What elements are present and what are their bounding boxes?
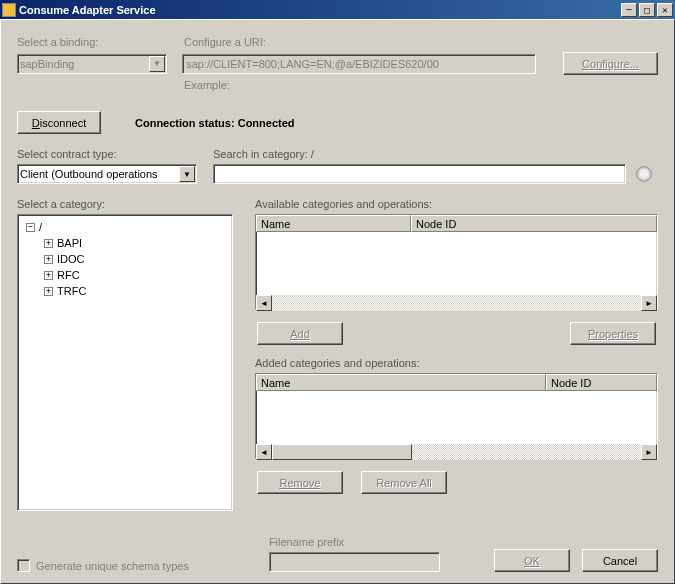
available-col-name[interactable]: Name — [256, 215, 411, 232]
expand-icon[interactable]: + — [44, 255, 53, 264]
scroll-left-icon[interactable]: ◄ — [256, 444, 272, 460]
available-header: Name Node ID — [256, 215, 657, 232]
expand-icon[interactable]: + — [44, 271, 53, 280]
connection-status: Connection status: Connected — [135, 116, 295, 130]
contract-value: Client (Outbound operations — [20, 168, 158, 180]
dropdown-arrow-icon[interactable]: ▼ — [179, 166, 195, 182]
ok-button: OK — [494, 549, 570, 572]
binding-select: sapBinding ▼ — [17, 54, 167, 74]
scroll-right-icon[interactable]: ► — [641, 295, 657, 311]
scroll-track[interactable] — [272, 295, 641, 311]
filename-label: Filename prefix — [269, 536, 440, 548]
window-body: Select a binding: Configure a URI: sapBi… — [0, 19, 675, 584]
disconnect-button[interactable]: Disconnect — [17, 111, 101, 134]
tree-root[interactable]: − / — [22, 219, 228, 235]
added-body — [256, 391, 657, 444]
added-header: Name Node ID — [256, 374, 657, 391]
tree-item-idoc[interactable]: + IDOC — [22, 251, 228, 267]
added-scrollbar[interactable]: ◄ ► — [256, 444, 657, 460]
gen-schema-checkbox — [17, 559, 30, 572]
remove-all-button: Remove All — [361, 471, 447, 494]
properties-button: Properties — [570, 322, 656, 345]
titlebar: Consume Adapter Service ─ □ ✕ — [0, 0, 675, 19]
contract-select[interactable]: Client (Outbound operations ▼ — [17, 164, 197, 184]
add-button: Add — [257, 322, 343, 345]
search-icon[interactable] — [636, 166, 652, 182]
search-input[interactable] — [213, 164, 626, 184]
scroll-thumb[interactable] — [272, 444, 412, 460]
added-col-name[interactable]: Name — [256, 374, 546, 391]
close-button[interactable]: ✕ — [657, 3, 673, 17]
search-label: Search in category: / — [213, 148, 658, 160]
contract-label: Select contract type: — [17, 148, 213, 160]
cancel-button[interactable]: Cancel — [582, 549, 658, 572]
uri-input: sap://CLIENT=800;LANG=EN;@a/EBIZIDES620/… — [182, 54, 536, 74]
window-title: Consume Adapter Service — [19, 4, 619, 16]
dropdown-arrow-icon: ▼ — [149, 56, 165, 72]
expand-icon[interactable]: + — [44, 239, 53, 248]
available-scrollbar[interactable]: ◄ ► — [256, 295, 657, 311]
app-icon — [2, 3, 16, 17]
scroll-left-icon[interactable]: ◄ — [256, 295, 272, 311]
added-label: Added categories and operations: — [255, 357, 658, 369]
scroll-track[interactable] — [272, 444, 641, 460]
collapse-icon[interactable]: − — [26, 223, 35, 232]
configure-button: Configure... — [563, 52, 658, 75]
binding-value: sapBinding — [20, 58, 74, 70]
available-list[interactable]: Name Node ID ◄ ► — [255, 214, 658, 310]
tree-item-trfc[interactable]: + TRFC — [22, 283, 228, 299]
scroll-right-icon[interactable]: ► — [641, 444, 657, 460]
added-list[interactable]: Name Node ID ◄ ► — [255, 373, 658, 459]
category-label: Select a category: — [17, 198, 233, 210]
category-tree[interactable]: − / + BAPI + IDOC + RFC + TRFC — [17, 214, 233, 511]
gen-schema-label: Generate unique schema types — [36, 560, 189, 572]
expand-icon[interactable]: + — [44, 287, 53, 296]
available-body — [256, 232, 657, 295]
tree-item-bapi[interactable]: + BAPI — [22, 235, 228, 251]
available-label: Available categories and operations: — [255, 198, 658, 210]
remove-button: Remove — [257, 471, 343, 494]
uri-value: sap://CLIENT=800;LANG=EN;@a/EBIZIDES620/… — [186, 58, 439, 70]
binding-label: Select a binding: — [17, 36, 184, 48]
gen-schema-checkbox-group: Generate unique schema types — [17, 559, 189, 572]
uri-label: Configure a URI: — [184, 36, 569, 48]
tree-item-rfc[interactable]: + RFC — [22, 267, 228, 283]
added-col-node[interactable]: Node ID — [546, 374, 657, 391]
example-label: Example: — [184, 79, 569, 91]
filename-input — [269, 552, 440, 572]
maximize-button[interactable]: □ — [639, 3, 655, 17]
available-col-node[interactable]: Node ID — [411, 215, 657, 232]
minimize-button[interactable]: ─ — [621, 3, 637, 17]
